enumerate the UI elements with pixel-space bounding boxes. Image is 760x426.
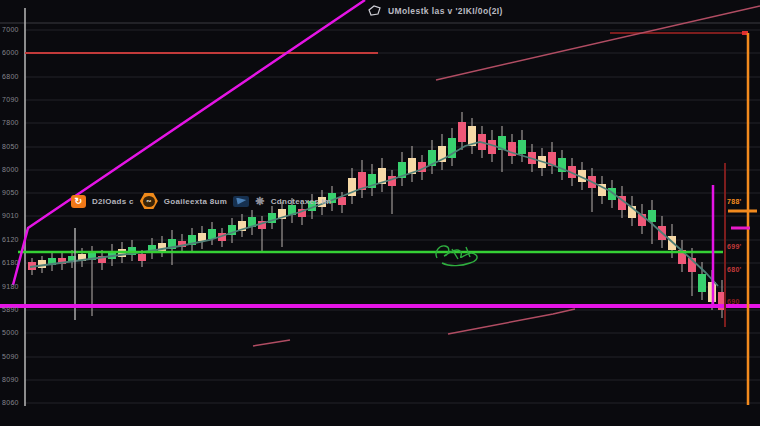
y-axis-label: 7800 xyxy=(2,119,19,127)
crimson-segment-a xyxy=(253,340,290,346)
candle-body xyxy=(138,254,146,261)
coin-badge-icon[interactable]: ∾ xyxy=(140,193,158,209)
exchange-label: Goaileexta 8um xyxy=(164,197,227,206)
y-axis-label: 9050 xyxy=(2,189,19,197)
candle-body xyxy=(518,140,526,154)
candle-body xyxy=(198,233,206,241)
y-axis-label: 7090 xyxy=(2,96,19,104)
y-axis-label: 5890 xyxy=(2,306,19,314)
candle-body xyxy=(38,260,46,268)
polygon-draw-icon xyxy=(368,5,382,17)
candle-body xyxy=(458,122,466,142)
gear-icon[interactable]: ❋ xyxy=(255,196,265,207)
y-axis-label: 9180 xyxy=(2,283,19,291)
chart-title-text: UMolestk las v '2IKI/0o(2I) xyxy=(388,6,503,16)
y-axis-label: 6000 xyxy=(2,49,19,57)
flag-icon[interactable] xyxy=(233,196,249,207)
candle-body xyxy=(488,140,496,154)
y-axis-label: 6120 xyxy=(2,236,19,244)
symbol-label: D2IOads c xyxy=(92,197,134,206)
y-axis-label: 8090 xyxy=(2,376,19,384)
y-axis-label: 6800 xyxy=(2,73,19,81)
coin-badge-center: ∾ xyxy=(143,196,155,207)
y-axis-label: 8000 xyxy=(2,166,19,174)
chart-title-bar[interactable]: UMolestk las v '2IKI/0o(2I) xyxy=(368,5,503,17)
y-axis-label: 5000 xyxy=(2,329,19,337)
y-axis-label: 8060 xyxy=(2,399,19,407)
price-label: 788' xyxy=(727,198,742,206)
y-axis-label: 9010 xyxy=(2,212,19,220)
y-axis-label: 6180 xyxy=(2,259,19,267)
y-axis-label: 7000 xyxy=(2,26,19,34)
y-axis-label: 5090 xyxy=(2,353,19,361)
btc-refresh-icon[interactable]: ↻ xyxy=(71,195,86,208)
symbol-legend[interactable]: ↻ D2IOads c ∾ Goaileexta 8um ❋ Cdnoteaxe… xyxy=(71,193,332,209)
y-axis-label: 8050 xyxy=(2,143,19,151)
price-label: 699' xyxy=(727,243,742,251)
crimson-segment-b xyxy=(448,309,575,334)
candle-body xyxy=(698,274,706,292)
crimson-diagonal-top xyxy=(436,6,760,80)
moving-average-line xyxy=(30,142,718,286)
trading-chart-screen: 7000600068007090780080508000905090106120… xyxy=(0,0,760,426)
price-label: 690 xyxy=(727,298,740,306)
candlestick-chart-canvas[interactable] xyxy=(0,0,760,426)
timeframe-label: Cdnoteaxes im xyxy=(271,197,332,206)
candle-body xyxy=(648,210,656,222)
price-label: 680' xyxy=(727,266,742,274)
